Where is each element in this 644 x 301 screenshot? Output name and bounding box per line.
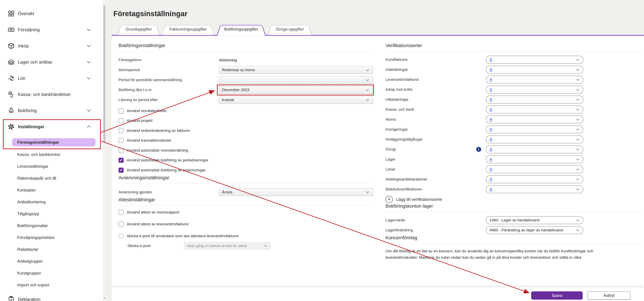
series-select[interactable]: A <box>486 86 583 94</box>
series-value-link[interactable]: A <box>490 147 492 152</box>
sidebar-subitem[interactable]: Försäljningsprislistor <box>0 231 103 243</box>
scrollbar-thumb[interactable] <box>104 5 105 143</box>
info-icon[interactable]: i <box>476 147 481 152</box>
series-value-link[interactable]: A <box>490 67 492 72</box>
series-select[interactable]: A <box>486 116 583 123</box>
add-verification-series-button[interactable]: Lägg till verifikationsserie <box>386 195 642 203</box>
sidebar-item[interactable]: Översikt <box>0 6 103 22</box>
select-dropdown[interactable]: Årsvis <box>219 188 373 196</box>
series-value-link[interactable]: A <box>490 117 492 122</box>
checkbox[interactable] <box>118 233 124 239</box>
sidebar-scrollbar[interactable] <box>103 0 105 301</box>
sidebar-item-deklaration[interactable]: Deklaration <box>0 291 103 301</box>
series-select[interactable]: A <box>486 56 583 64</box>
series-select[interactable]: A <box>486 106 583 113</box>
account-select[interactable]: 4960 - Förändring av lager av handelsvar… <box>486 226 583 234</box>
checkbox-row[interactable]: Använd attest av leverantörsfakturor <box>118 218 373 230</box>
series-select[interactable]: A <box>486 165 583 173</box>
section-title-koncernforetag: Koncernföretag <box>386 235 642 243</box>
checkbox-label: Använd reskontrabokning av fakturor <box>127 128 190 133</box>
checkbox-row[interactable]: Använd resultatenheter <box>118 106 373 116</box>
chevron-down-icon <box>576 57 580 62</box>
sidebar-subitem[interactable]: Tillgångstyp <box>0 208 103 220</box>
series-value-link[interactable]: A <box>490 127 492 132</box>
checkbox-row[interactable]: Använd reskontrabokning av fakturor <box>118 126 373 136</box>
sidebar-subitem[interactable]: Artikelkontering <box>0 196 103 208</box>
send-email-select[interactable]: Varje gång en faktura är klar för attest <box>184 242 270 249</box>
sidebar-subitem-label: Försäljningsprislistor <box>17 235 55 240</box>
scrollbar-down-arrow-icon[interactable] <box>103 297 105 300</box>
sidebar-subitem[interactable]: Löneinställningar <box>0 160 103 172</box>
sidebar-subitem[interactable]: Rabattavtal <box>0 243 103 255</box>
sidebar-item[interactable]: Lön <box>0 70 103 86</box>
checkbox-row[interactable]: Skicka e-post till användare som ska att… <box>118 230 373 242</box>
series-select[interactable]: A <box>486 96 583 104</box>
chevron-down-icon <box>576 67 580 72</box>
checkbox-row[interactable]: Använd automatisk bokföring av periodise… <box>118 155 373 165</box>
checkbox[interactable] <box>118 148 124 153</box>
form-row: Period för periodisk sammanställning <box>118 75 373 85</box>
cancel-button[interactable]: Avbryt <box>587 291 630 300</box>
sidebar-subitem[interactable]: Bokföringsmallar <box>0 220 103 231</box>
sidebar-item-label: Lön <box>18 76 25 81</box>
series-select[interactable]: A <box>486 185 583 193</box>
checkbox[interactable] <box>118 138 124 143</box>
tab[interactable]: Faktureringsuppgifter <box>162 24 214 35</box>
series-value-link[interactable]: A <box>490 177 492 182</box>
tab[interactable]: Övriga uppgifter <box>268 24 312 35</box>
series-value-link[interactable]: A <box>490 77 492 82</box>
form-row: Låsning av period efter Kvartal Kvartal <box>118 95 373 105</box>
series-value-link[interactable]: A <box>490 97 492 102</box>
select-dropdown[interactable]: Kvartal <box>219 96 373 104</box>
sidebar-item[interactable]: Kassa- och bankhändelser <box>0 86 103 102</box>
series-select[interactable]: A <box>486 135 583 143</box>
checkbox[interactable] <box>118 128 124 133</box>
sidebar-subitem[interactable]: Artikelgrupper <box>0 255 103 267</box>
select-dropdown[interactable]: December 2023 <box>219 86 373 94</box>
checkbox-row[interactable]: Använd transaktionstexter <box>118 136 373 146</box>
sidebar-item[interactable]: Inköp <box>0 38 103 54</box>
sidebar-item[interactable]: Bokföring <box>0 102 103 119</box>
save-button[interactable]: Spara <box>531 291 583 300</box>
series-value-link[interactable]: A <box>490 87 492 92</box>
sidebar-subitem[interactable]: Kassa- och bankkonton <box>0 149 103 160</box>
series-select[interactable]: A <box>486 145 583 153</box>
series-value-link[interactable]: A <box>490 107 492 112</box>
checkbox-row[interactable]: Använd automatisk bokföring av avskrivni… <box>118 165 373 175</box>
sidebar-subitem[interactable]: Företagsinställningar <box>12 138 96 146</box>
checkbox-row[interactable]: Använd projekt <box>118 116 373 126</box>
sidebar-subitem[interactable]: Räkenskapsår och IB <box>0 172 103 184</box>
sidebar-item[interactable]: Lager och artiklar <box>0 54 103 70</box>
select-dropdown[interactable]: Redovisar ej moms <box>219 66 373 74</box>
series-select[interactable]: A <box>486 175 583 183</box>
series-value-link[interactable]: A <box>490 157 492 162</box>
left-column: Bokföringsinställningar Företagsform Akt… <box>118 36 373 250</box>
series-select[interactable]: A <box>486 76 583 84</box>
series-value-link[interactable]: A <box>490 167 492 172</box>
checkbox[interactable] <box>118 168 124 173</box>
checkbox[interactable] <box>118 222 124 227</box>
checkbox[interactable] <box>118 118 124 123</box>
sidebar-subitem[interactable]: Import och export <box>0 279 103 291</box>
sidebar-subitem[interactable]: Kundgrupper <box>0 267 103 279</box>
sidebar-subitem[interactable]: Kontoplan <box>0 184 103 196</box>
sidebar-item[interactable]: Inställningar <box>0 119 103 135</box>
tab[interactable]: Grunduppgifter <box>118 24 159 35</box>
checkbox-row[interactable]: Använd attest av momsrapport <box>118 206 373 218</box>
series-value-link[interactable]: A <box>490 187 492 192</box>
checkbox[interactable] <box>118 210 124 215</box>
series-label: Övrigt <box>386 147 486 152</box>
sidebar-item[interactable]: Försäljning <box>0 22 103 38</box>
select-dropdown[interactable] <box>219 76 373 84</box>
checkbox[interactable] <box>118 158 124 163</box>
checkbox-row[interactable]: Använd automatisk momsberäkning <box>118 145 373 155</box>
series-value-link[interactable]: A <box>490 57 492 62</box>
series-select[interactable]: A <box>486 126 583 133</box>
series-label: Inköp mot kvitto <box>386 87 486 92</box>
series-select[interactable]: A <box>486 155 583 163</box>
series-select[interactable]: A <box>486 66 583 74</box>
series-value-link[interactable]: A <box>490 137 492 142</box>
account-select[interactable]: 1460 - Lager av handelsvaror <box>486 216 583 224</box>
tab[interactable]: Bokföringsuppgifter <box>217 24 266 35</box>
checkbox[interactable] <box>118 108 124 113</box>
